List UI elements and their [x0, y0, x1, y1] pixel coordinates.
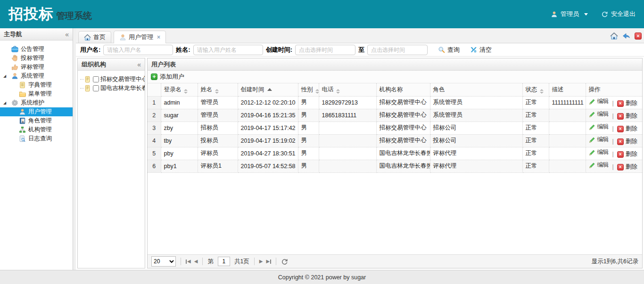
- created-start-input[interactable]: [295, 45, 355, 55]
- collapse-org-button[interactable]: «: [137, 61, 141, 68]
- table-row[interactable]: 2sugar管理员2019-04-16 15:21:35男18651831111…: [148, 109, 642, 122]
- created-start-label: 创建时间:: [266, 46, 292, 54]
- column-label: 机构名称: [380, 86, 403, 93]
- org-tree-node[interactable]: 国电吉林龙华长春热电: [80, 84, 145, 93]
- created-end-input[interactable]: [367, 45, 428, 55]
- edit-button[interactable]: 编辑: [589, 148, 609, 156]
- delete-button[interactable]: ×删除: [617, 163, 637, 171]
- col-header-login[interactable]: 登录名: [161, 83, 198, 96]
- col-header-gender[interactable]: 性别: [298, 83, 319, 96]
- col-header-status[interactable]: 状态: [522, 83, 549, 96]
- collapse-sidebar-button[interactable]: «: [65, 31, 69, 38]
- user-table-wrap: 登录名姓名创建时间性别电话机构名称角色状态描述操作 1admin管理员2012-…: [148, 83, 642, 254]
- user-menu[interactable]: 管理员: [551, 10, 588, 18]
- col-header-phone[interactable]: 电话: [319, 83, 376, 96]
- tab-close-icon[interactable]: ×: [157, 34, 160, 41]
- cell-desc: 11111111111: [549, 96, 586, 109]
- cell-phone: 18292972913: [319, 96, 376, 109]
- edit-button[interactable]: 编辑: [589, 136, 609, 144]
- edit-button[interactable]: 编辑: [589, 161, 609, 169]
- gear-icon: [11, 99, 18, 106]
- tree-expander-icon[interactable]: ◢: [3, 101, 6, 105]
- table-row[interactable]: 4tby投标员2019-04-17 15:19:02男招标交易管理中心投标公司正…: [148, 134, 642, 147]
- first-page-button[interactable]: ◀: [186, 259, 191, 264]
- panels-region: 组织机构 « 招标交易管理中心国电吉林龙华长春热电 用户列表 + 添加用户: [76, 57, 644, 270]
- tab-label: 用户管理: [129, 33, 153, 41]
- clear-button[interactable]: 清空: [470, 46, 492, 54]
- hand-icon: [11, 55, 18, 62]
- corner-back-button[interactable]: [622, 32, 630, 40]
- table-row[interactable]: 5pby评标员2019-04-27 18:30:51男国电吉林龙华长春热电评标代…: [148, 147, 642, 160]
- cell-actions: 编辑|×删除: [586, 122, 642, 134]
- sidebar-item-announcement[interactable]: 公告管理: [0, 45, 73, 54]
- main-region: 主导航 « 公告管理投标管理评标管理◢系统管理字典管理菜单管理◢系统维护用户管理…: [0, 28, 644, 270]
- sidebar-item-menu[interactable]: 菜单管理: [0, 89, 73, 98]
- prev-page-button[interactable]: ◀: [194, 259, 198, 264]
- last-page-button[interactable]: ▶: [266, 259, 272, 264]
- home-icon: [84, 34, 91, 41]
- edit-button[interactable]: 编辑: [589, 97, 609, 105]
- query-button[interactable]: 查询: [438, 46, 460, 54]
- sidebar-item-user[interactable]: 用户管理: [0, 107, 73, 116]
- sidebar-item-maintenance[interactable]: ◢系统维护: [0, 98, 73, 107]
- briefcase-icon: [11, 46, 18, 53]
- col-header-created[interactable]: 创建时间: [238, 83, 298, 96]
- table-row[interactable]: 1admin管理员2012-12-12 02:20:10男18292972913…: [148, 96, 642, 109]
- logout-button[interactable]: 安全退出: [601, 10, 636, 18]
- next-page-button[interactable]: ▶: [259, 259, 263, 264]
- name-input[interactable]: [193, 45, 263, 55]
- app-footer: Copyright © 2021 power by sugar: [0, 270, 644, 284]
- username-input[interactable]: [103, 45, 173, 55]
- tab-user-mgmt[interactable]: 用户管理×: [114, 31, 166, 43]
- delete-button[interactable]: ×删除: [617, 112, 637, 120]
- edit-icon: [589, 98, 595, 105]
- cell-actions: 编辑|×删除: [586, 109, 642, 122]
- refresh-button[interactable]: [281, 258, 288, 265]
- app-root: 招投标 管理系统 管理员 安全退出 主导航 « 公告管理投标管理评标管理◢系统管…: [0, 0, 644, 284]
- corner-home-button[interactable]: [610, 32, 618, 40]
- org-node-checkbox[interactable]: [93, 85, 99, 91]
- org-node-label: 国电吉林龙华长春热电: [100, 84, 145, 92]
- logo-primary: 招投标: [8, 4, 54, 24]
- divider: [254, 258, 255, 265]
- sidebar-item-organization[interactable]: 机构管理: [0, 125, 73, 134]
- edit-button[interactable]: 编辑: [589, 123, 609, 131]
- delete-button[interactable]: ×删除: [617, 125, 637, 133]
- edit-icon: [589, 149, 595, 156]
- table-header-row: 登录名姓名创建时间性别电话机构名称角色状态描述操作: [148, 83, 642, 96]
- org-tree-node[interactable]: 招标交易管理中心: [80, 75, 145, 84]
- cell-rownum: 6: [148, 160, 161, 172]
- page-prefix-label: 第: [207, 258, 214, 266]
- add-user-button[interactable]: + 添加用户: [151, 73, 184, 81]
- col-header-name[interactable]: 姓名: [198, 83, 238, 96]
- cell-name: 管理员: [198, 96, 238, 109]
- username-label: 用户名:: [80, 46, 100, 54]
- table-row[interactable]: 6pby1评标员12019-05-07 14:52:58男国电吉林龙华长春热电评…: [148, 160, 642, 172]
- cell-rownum: 2: [148, 109, 161, 122]
- page-number-input[interactable]: [218, 257, 230, 266]
- sidebar-item-bidding[interactable]: 投标管理: [0, 54, 73, 63]
- org-node-checkbox[interactable]: [93, 76, 99, 82]
- sidebar-item-dictionary[interactable]: 字典管理: [0, 81, 73, 89]
- corner-close-button[interactable]: ×: [635, 32, 642, 40]
- sidebar-item-role[interactable]: 角色管理: [0, 116, 73, 125]
- delete-button[interactable]: ×删除: [617, 150, 637, 158]
- delete-button[interactable]: ×删除: [617, 99, 637, 107]
- sidebar-item-log[interactable]: 日志查询: [0, 134, 73, 143]
- name-label: 姓名:: [176, 46, 190, 54]
- cell-status: 正常: [522, 134, 549, 147]
- cell-role: 系统管理员: [430, 96, 522, 109]
- table-row[interactable]: 3zby招标员2019-04-17 15:17:42男招标交易管理中心招标公司正…: [148, 122, 642, 134]
- delete-button[interactable]: ×删除: [617, 138, 637, 146]
- folder-icon: [19, 90, 26, 97]
- cell-created: 2019-04-27 18:30:51: [238, 147, 298, 160]
- sidebar-item-system[interactable]: ◢系统管理: [0, 72, 73, 81]
- edit-button[interactable]: 编辑: [589, 110, 609, 118]
- cell-org: 招标交易管理中心: [376, 96, 430, 109]
- user-name-label: 管理员: [561, 10, 579, 18]
- cell-gender: 男: [298, 109, 319, 122]
- sidebar-item-evaluation[interactable]: 评标管理: [0, 63, 73, 72]
- tab-home[interactable]: 首页: [78, 31, 111, 43]
- tree-expander-icon[interactable]: ◢: [3, 74, 6, 78]
- page-size-select[interactable]: 20: [151, 256, 176, 267]
